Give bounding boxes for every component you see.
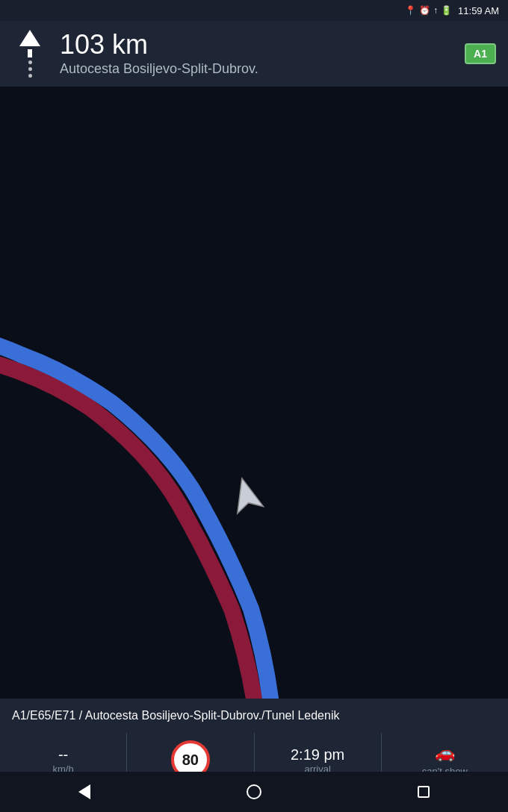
road-name-display: Autocesta Bosiljevo-Split-Dubrov. xyxy=(60,61,453,77)
status-icons: 📍 ⏰ ↑ 🔋 11:59 AM xyxy=(405,5,499,16)
arrow-up-icon xyxy=(19,30,40,46)
distance-display: 103 km xyxy=(60,31,453,58)
arrow-stem xyxy=(28,49,32,57)
arrow-dots xyxy=(28,60,32,78)
road-info-bar: A1/E65/E71 / Autocesta Bosiljevo-Split-D… xyxy=(0,699,508,733)
home-icon xyxy=(247,784,261,799)
route-badge: A1 xyxy=(465,43,496,64)
status-bar: 📍 ⏰ ↑ 🔋 11:59 AM xyxy=(0,0,508,21)
android-nav-bar xyxy=(0,772,508,812)
back-button[interactable] xyxy=(69,777,99,807)
upload-icon: ↑ xyxy=(433,5,438,16)
nav-info: 103 km Autocesta Bosiljevo-Split-Dubrov. xyxy=(60,31,453,77)
recents-button[interactable] xyxy=(409,777,439,807)
road-info-text: A1/E65/E71 / Autocesta Bosiljevo-Split-D… xyxy=(12,709,339,722)
home-button[interactable] xyxy=(239,777,269,807)
battery-icon: 🔋 xyxy=(441,5,452,16)
speed-value: -- xyxy=(58,746,68,763)
time-display: 11:59 AM xyxy=(458,5,499,16)
alarm-icon: ⏰ xyxy=(419,5,430,16)
speed-limit-value: 80 xyxy=(182,752,199,769)
direction-arrow xyxy=(12,30,48,78)
back-icon xyxy=(78,784,90,799)
arrival-time: 2:19 pm xyxy=(291,746,344,763)
nav-header: 103 km Autocesta Bosiljevo-Split-Dubrov.… xyxy=(0,21,508,87)
car-icon: 🚗 xyxy=(435,743,455,763)
map-roads-svg xyxy=(0,87,508,699)
recents-icon xyxy=(418,786,430,798)
map-area[interactable] xyxy=(0,87,508,699)
location-icon: 📍 xyxy=(405,5,416,16)
